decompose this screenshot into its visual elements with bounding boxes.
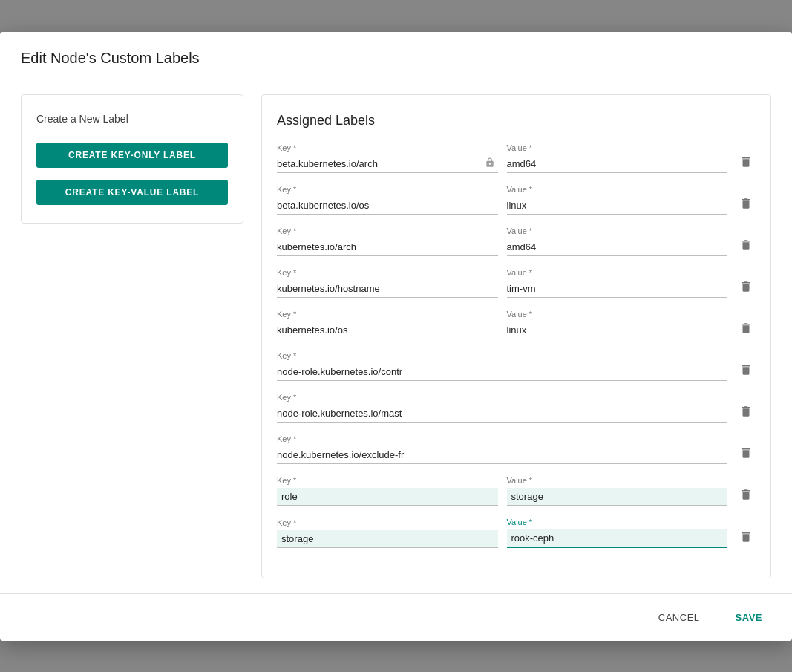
value-input[interactable] [507,238,728,256]
key-input[interactable] [277,488,498,506]
key-field-group: Key * [277,434,727,464]
key-field-group: Key * [277,268,498,298]
label-row: Key *Value * [277,143,756,173]
dialog: Edit Node's Custom Labels Create a New L… [0,32,792,641]
left-panel: Create a New Label CREATE KEY-ONLY LABEL… [21,94,243,224]
value-label: Value * [507,226,728,235]
label-row: Key *Value * [277,518,756,548]
label-row: Key *Value * [277,226,756,256]
save-button[interactable]: SAVE [727,606,771,629]
dialog-body: Create a New Label CREATE KEY-ONLY LABEL… [0,79,792,593]
value-input[interactable] [507,155,728,173]
delete-label-button[interactable] [736,485,756,504]
value-field-group: Value * [507,476,728,506]
key-label: Key * [277,268,498,277]
value-label: Value * [507,185,728,194]
lock-icon [485,157,495,170]
value-input[interactable] [507,280,728,298]
create-key-value-label-button[interactable]: CREATE KEY-VALUE LABEL [36,180,228,205]
key-input[interactable] [277,197,498,215]
right-panel-title: Assigned Labels [277,113,756,128]
key-label: Key * [277,351,727,360]
right-panel: Assigned Labels Key *Value *Key *Value *… [261,94,771,578]
key-field-group: Key * [277,351,727,381]
key-label: Key * [277,310,498,319]
key-label: Key * [277,393,727,402]
key-label: Key * [277,434,727,443]
cancel-button[interactable]: CANCEL [649,606,709,629]
dialog-header: Edit Node's Custom Labels [0,32,792,79]
label-row: Key *Value * [277,185,756,215]
value-field-group: Value * [507,518,728,548]
key-field-group: Key * [277,393,727,423]
value-input[interactable] [507,322,728,339]
key-input[interactable] [277,363,727,381]
key-label: Key * [277,518,498,527]
labels-container: Key *Value *Key *Value *Key *Value *Key … [277,143,756,548]
value-label: Value * [507,518,728,526]
label-row: Key * [277,434,756,464]
label-row: Key *Value * [277,476,756,506]
key-field-group: Key * [277,310,498,339]
key-input[interactable] [277,155,498,173]
delete-label-button[interactable] [736,319,756,338]
delete-label-button[interactable] [736,277,756,296]
label-row: Key *Value * [277,310,756,339]
dialog-footer: CANCEL SAVE [0,593,792,641]
create-key-only-label-button[interactable]: CREATE KEY-ONLY LABEL [36,143,228,168]
key-field-group: Key * [277,226,498,256]
key-field-group: Key * [277,143,498,173]
key-label: Key * [277,226,498,235]
value-label: Value * [507,268,728,277]
delete-label-button[interactable] [736,443,756,463]
value-label: Value * [507,476,728,485]
key-input[interactable] [277,405,727,423]
value-label: Value * [507,143,728,152]
delete-label-button[interactable] [736,360,756,379]
label-row: Key * [277,351,756,381]
key-label: Key * [277,143,498,152]
delete-label-button[interactable] [736,235,756,255]
dialog-overlay: Edit Node's Custom Labels Create a New L… [0,0,792,672]
dialog-title: Edit Node's Custom Labels [21,50,771,67]
value-label: Value * [507,310,728,319]
value-field-group: Value * [507,310,728,339]
value-input[interactable] [507,529,728,548]
delete-label-button[interactable] [736,152,756,172]
key-input[interactable] [277,322,498,339]
key-field-group: Key * [277,185,498,215]
delete-label-button[interactable] [736,527,756,547]
key-label: Key * [277,476,498,485]
key-label: Key * [277,185,498,194]
label-row: Key *Value * [277,268,756,298]
left-panel-title: Create a New Label [36,113,228,125]
label-row: Key * [277,393,756,423]
value-field-group: Value * [507,143,728,173]
value-input[interactable] [507,488,728,506]
value-field-group: Value * [507,226,728,256]
key-input[interactable] [277,238,498,256]
key-input[interactable] [277,446,727,464]
value-field-group: Value * [507,268,728,298]
delete-label-button[interactable] [736,402,756,421]
value-input[interactable] [507,197,728,215]
key-field-group: Key * [277,476,498,506]
key-input[interactable] [277,280,498,298]
delete-label-button[interactable] [736,194,756,213]
value-field-group: Value * [507,185,728,215]
key-input[interactable] [277,530,498,548]
key-field-group: Key * [277,518,498,548]
